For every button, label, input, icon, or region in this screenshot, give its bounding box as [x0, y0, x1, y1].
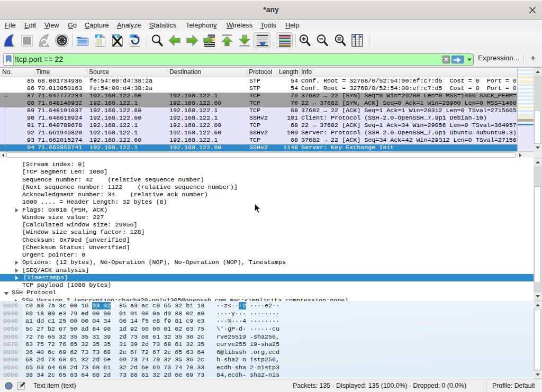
svg-text:0111: 0111: [96, 43, 102, 46]
